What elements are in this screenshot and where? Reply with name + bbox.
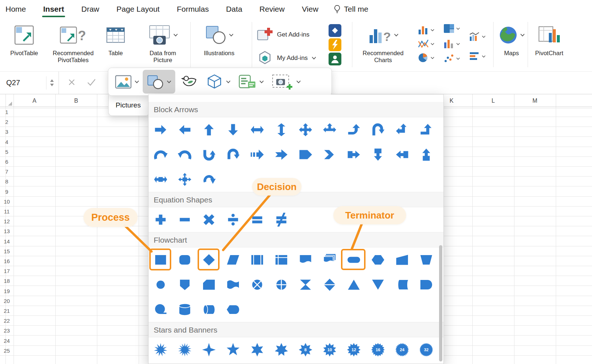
shape-flowchart-stored-data[interactable] <box>390 272 414 297</box>
column-header-M[interactable]: M <box>514 94 556 107</box>
menu-tab-view[interactable]: View <box>302 5 318 14</box>
shape-math-plus[interactable] <box>149 207 173 232</box>
smartart-button[interactable] <box>239 74 264 90</box>
chevron-down-icon[interactable] <box>259 80 264 83</box>
shape-math-multiply[interactable] <box>197 207 221 232</box>
shape-callout-left-right-arrow[interactable] <box>149 167 173 192</box>
shape-flowchart-card[interactable] <box>197 272 221 297</box>
shape-flowchart-alternate-process[interactable] <box>173 247 197 272</box>
shape-math-not-equal[interactable] <box>269 207 293 232</box>
shape-star-32-point[interactable]: 32 <box>414 337 438 362</box>
scatter-chart-button[interactable] <box>443 53 460 64</box>
shape-arrow-left-right[interactable] <box>245 117 269 142</box>
row-header-1[interactable]: 1 <box>0 107 14 117</box>
shape-flowchart-data[interactable] <box>221 247 245 272</box>
cancel-button[interactable] <box>68 79 75 87</box>
menu-tab-insert[interactable]: Insert <box>43 5 64 14</box>
menu-tab-page-layout[interactable]: Page Layout <box>116 5 160 14</box>
shape-callout-up-arrow[interactable] <box>414 142 438 167</box>
shapes-button[interactable] <box>143 70 175 94</box>
shape-flowchart-preparation[interactable] <box>366 247 390 272</box>
shape-arrow-up-down[interactable] <box>269 117 293 142</box>
get-addins-button[interactable]: Get Add-ins <box>257 27 310 42</box>
shape-flowchart-magnetic-disk[interactable] <box>173 297 197 322</box>
shape-star-5-point[interactable] <box>221 337 245 362</box>
shape-flowchart-delay[interactable] <box>414 272 438 297</box>
chevron-down-icon[interactable] <box>394 34 398 37</box>
scrollbar-thumb[interactable] <box>439 245 442 361</box>
shape-arrow-u-turn[interactable] <box>366 117 390 142</box>
shape-arrow-left-right-up[interactable] <box>318 117 342 142</box>
row-header-14[interactable]: 14 <box>0 236 14 246</box>
chevron-down-icon[interactable] <box>312 57 316 60</box>
row-header-11[interactable]: 11 <box>0 206 14 216</box>
shape-arrow-left[interactable] <box>173 117 197 142</box>
shape-arrow-notched-right[interactable] <box>269 142 293 167</box>
data-from-picture-button[interactable]: Data from Picture <box>140 21 186 64</box>
row-header-6[interactable]: 6 <box>0 157 14 167</box>
row-header-17[interactable]: 17 <box>0 266 14 276</box>
chevron-down-icon[interactable] <box>226 80 231 83</box>
shape-flowchart-display[interactable] <box>221 297 245 322</box>
shape-star-explosion-2[interactable] <box>173 337 197 362</box>
chevron-down-icon[interactable] <box>431 29 434 31</box>
shape-flowchart-merge[interactable] <box>366 272 390 297</box>
chevron-down-icon[interactable] <box>229 34 233 37</box>
row-header-5[interactable]: 5 <box>0 147 14 157</box>
shape-star-16-point[interactable]: 16 <box>366 337 390 362</box>
row-header-10[interactable]: 10 <box>0 197 14 206</box>
stepper-up-icon[interactable] <box>50 79 54 82</box>
histogram-chart-button[interactable] <box>443 39 460 49</box>
menu-tab-tell-me[interactable]: Tell me <box>334 4 368 14</box>
shape-arrow-circular[interactable] <box>197 167 221 192</box>
shape-flowchart-internal-storage[interactable] <box>269 247 293 272</box>
row-header-16[interactable]: 16 <box>0 256 14 266</box>
shape-math-minus[interactable] <box>173 207 197 232</box>
chevron-down-icon[interactable] <box>135 80 139 83</box>
table-button[interactable]: Table <box>104 21 128 57</box>
shape-callout-right-arrow[interactable] <box>342 142 366 167</box>
chevron-down-icon[interactable] <box>456 57 460 60</box>
3d-models-button[interactable] <box>206 74 231 90</box>
row-header-18[interactable]: 18 <box>0 276 14 286</box>
icons-button[interactable] <box>181 75 198 89</box>
menu-tab-data[interactable]: Data <box>226 5 242 14</box>
row-header-7[interactable]: 7 <box>0 167 14 177</box>
shape-math-divide[interactable] <box>221 207 245 232</box>
shape-arrow-striped-right[interactable] <box>245 142 269 167</box>
shape-flowchart-multidocument[interactable] <box>318 247 342 272</box>
line-chart-button[interactable] <box>418 39 434 49</box>
shape-arrow-pentagon[interactable] <box>293 142 318 167</box>
column-header-L[interactable]: L <box>472 94 514 107</box>
row-header-13[interactable]: 13 <box>0 226 14 236</box>
shape-star-8-point[interactable]: 8 <box>293 337 318 362</box>
row-header-21[interactable]: 21 <box>0 306 14 316</box>
menu-tab-home[interactable]: Home <box>5 5 26 14</box>
row-header-8[interactable]: 8 <box>0 177 14 186</box>
shape-flowchart-extract[interactable] <box>342 272 366 297</box>
shape-star-10-point[interactable]: 10 <box>318 337 342 362</box>
row-header-23[interactable]: 23 <box>0 326 14 335</box>
illustrations-button[interactable]: Illustrations <box>197 21 241 57</box>
row-header-2[interactable]: 2 <box>0 117 14 127</box>
shape-arrow-chevron[interactable] <box>318 142 342 167</box>
power-automate-addin-icon[interactable] <box>329 38 341 51</box>
menu-tab-draw[interactable]: Draw <box>81 5 99 14</box>
shape-flowchart-predefined-process[interactable] <box>245 247 269 272</box>
recommended-charts-button[interactable]: ? Recommended Charts <box>355 21 411 64</box>
chevron-down-icon[interactable] <box>456 43 460 45</box>
accept-button[interactable] <box>87 79 96 87</box>
recommended-pivottables-button[interactable]: ? Recommended PivotTables <box>45 21 101 64</box>
column-header-A[interactable]: A <box>14 94 55 107</box>
combo-chart-button[interactable] <box>469 31 486 42</box>
shape-arrow-down[interactable] <box>221 117 245 142</box>
shape-flowchart-sort[interactable] <box>318 272 342 297</box>
chevron-down-icon[interactable] <box>482 55 486 58</box>
pivotchart-button[interactable]: PivotChart <box>529 21 569 57</box>
shape-flowchart-collate[interactable] <box>293 272 318 297</box>
name-box[interactable]: Q27 <box>0 72 59 94</box>
shape-arrow-up[interactable] <box>197 117 221 142</box>
screenshot-button[interactable] <box>272 73 301 90</box>
shape-star-24-point[interactable]: 24 <box>390 337 414 362</box>
shape-arrow-bent[interactable] <box>342 117 366 142</box>
